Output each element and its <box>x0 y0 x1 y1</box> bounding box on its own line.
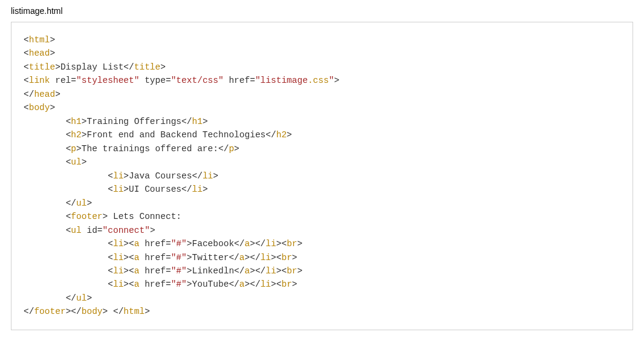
code-block: <html> <head> <title>Display List</title… <box>11 22 633 330</box>
filename-label: listimage.html <box>11 6 633 16</box>
